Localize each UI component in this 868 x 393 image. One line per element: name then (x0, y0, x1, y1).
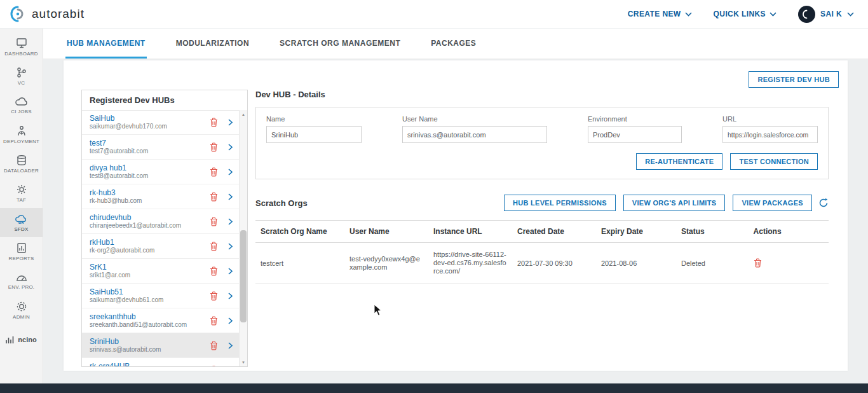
scroll-down-arrow[interactable]: ▼ (240, 358, 247, 366)
gauge-icon (15, 272, 28, 282)
hub-list-item[interactable]: rk-hub3 rk-hub3@hub.com (82, 184, 239, 209)
sidebar-item-sfdx[interactable]: DX SFDX (0, 208, 43, 237)
open-hub-chevron[interactable] (228, 169, 233, 176)
open-hub-chevron[interactable] (228, 293, 233, 300)
hub-level-permissions-button[interactable]: HUB LEVEL PERMISSIONS (504, 195, 616, 211)
top-header: autorabit CREATE NEW QUICK LINKS SAI K (0, 0, 868, 29)
hub-email: saikumar@devhub170.com (90, 123, 210, 130)
brand-logo[interactable]: autorabit (9, 5, 85, 23)
hub-name-link[interactable]: rkHub1 (90, 238, 210, 247)
delete-hub-button[interactable] (210, 291, 218, 301)
name-input[interactable] (266, 126, 362, 143)
tab[interactable]: PACKAGES (430, 39, 477, 59)
open-hub-chevron[interactable] (228, 342, 233, 349)
delete-hub-button[interactable] (210, 217, 218, 226)
delete-hub-button[interactable] (210, 242, 218, 251)
scratch-orgs-table: Scratch Org NameUser NameInstance URLCre… (255, 220, 829, 284)
sidebar-item-admin[interactable]: ADMIN (0, 296, 43, 325)
delete-hub-button[interactable] (210, 142, 218, 152)
open-hub-chevron[interactable] (228, 218, 233, 225)
sidebar-item-vc[interactable]: VC (0, 62, 43, 91)
hub-name-link[interactable]: chirudevhub (90, 213, 210, 222)
brand-text: autorabit (32, 7, 85, 21)
delete-hub-button[interactable] (210, 366, 218, 367)
hub-email: sreekanth.bandi51@autorabit.com (90, 321, 210, 329)
delete-hub-button[interactable] (210, 266, 218, 276)
hub-list-item[interactable]: rk-org4HUB rk-org4@autorabit.com (82, 358, 239, 366)
chevron-right-icon (228, 218, 233, 225)
hub-list-item[interactable]: SaiHub saikumar@devhub170.com (82, 110, 239, 135)
hub-email: srinivas.s@autorabit.com (90, 346, 210, 354)
sidebar-item-deployment[interactable]: DEPLOYMENT (0, 120, 43, 149)
sfdx-icon: DX (14, 214, 29, 224)
delete-hub-button[interactable] (210, 118, 218, 127)
delete-org-button[interactable] (754, 258, 762, 268)
open-hub-chevron[interactable] (228, 119, 233, 126)
hub-list-item[interactable]: divya hub1 test8@autorabit.com (82, 160, 239, 184)
gear-flask-icon (16, 184, 27, 195)
hub-list-item[interactable]: sreekanthhub sreekanth.bandi51@autorabit… (82, 308, 239, 333)
hub-name-link[interactable]: sreekanthhub (90, 312, 210, 321)
delete-hub-button[interactable] (210, 167, 218, 177)
hub-name-link[interactable]: rk-hub3 (90, 188, 210, 197)
hub-name-link[interactable]: rk-org4HUB (90, 362, 210, 366)
tab[interactable]: MODULARIZATION (175, 39, 250, 59)
field-user-name: User Name (402, 115, 547, 143)
open-hub-chevron[interactable] (228, 317, 233, 324)
trash-icon (210, 192, 218, 202)
tab[interactable]: SCRATCH ORG MANAGEMENT (278, 39, 402, 59)
hub-list-item[interactable]: rkHub1 rk-org2@autorabit.com (82, 234, 239, 259)
refresh-icon[interactable] (818, 198, 829, 208)
hub-name-link[interactable]: SrK1 (90, 263, 210, 272)
quick-links-menu[interactable]: QUICK LINKS (714, 10, 776, 18)
scroll-up-arrow[interactable]: ▲ (240, 110, 247, 118)
test-connection-button[interactable]: TEST CONNECTION (730, 153, 818, 170)
sidebar-item-taf[interactable]: TAF (0, 179, 43, 208)
sidebar-item-dataloader[interactable]: DATALOADER (0, 149, 43, 179)
hub-list-item[interactable]: chirudevhub chiranjeebeedx1@autorabit.co… (82, 209, 239, 234)
hub-list-item[interactable]: test7 test7@autorabit.com (82, 135, 239, 160)
user-menu[interactable]: SAI K (798, 6, 854, 23)
sidebar-item-env-pro[interactable]: ENV. PRO. (0, 266, 43, 296)
autorabit-logo-icon (9, 5, 27, 23)
scrollbar[interactable]: ▲ ▼ (239, 110, 247, 366)
hub-list-item[interactable]: SaiHub51 saikumar@devhub61.com (82, 284, 239, 308)
table-row[interactable]: testcert test-vedyy0xewx4g@example.com h… (255, 243, 829, 284)
svg-text:DX: DX (18, 220, 24, 224)
open-hub-chevron[interactable] (228, 243, 233, 250)
sidebar-label: DEPLOYMENT (3, 139, 39, 144)
environment-input[interactable] (588, 126, 682, 143)
re-authenticate-button[interactable]: RE-AUTHENTICATE (636, 153, 722, 170)
view-orgs-api-limits-button[interactable]: VIEW ORG'S API LIMITS (623, 195, 726, 211)
hub-name-link[interactable]: SaiHub (90, 114, 210, 123)
view-packages-button[interactable]: VIEW PACKAGES (733, 195, 812, 211)
delete-hub-button[interactable] (210, 192, 218, 202)
chevron-down-icon (847, 12, 854, 17)
sidebar-item-ci-jobs[interactable]: CI JOBS (0, 91, 43, 120)
delete-hub-button[interactable] (210, 341, 218, 350)
sidebar-item-reports[interactable]: REPORTS (0, 237, 43, 266)
scrollbar-thumb[interactable] (240, 230, 247, 322)
url-input[interactable] (722, 126, 818, 143)
sidebar-item-ncino[interactable]: ncino (0, 325, 43, 354)
create-new-menu[interactable]: CREATE NEW (628, 10, 692, 18)
sidebar-item-dashboard[interactable]: DASHBOARD (0, 32, 43, 62)
scratch-org-buttons: HUB LEVEL PERMISSIONS VIEW ORG'S API LIM… (504, 195, 812, 211)
ncino-bars-icon (6, 336, 15, 343)
hub-name-link[interactable]: SaiHub51 (90, 287, 210, 296)
open-hub-chevron[interactable] (228, 193, 233, 200)
tab[interactable]: HUB MANAGEMENT (65, 39, 147, 59)
user-name-input[interactable] (402, 126, 547, 143)
open-hub-chevron[interactable] (228, 268, 233, 275)
hub-list-item[interactable]: SriniHub srinivas.s@autorabit.com (82, 333, 239, 358)
hub-list-item[interactable]: SrK1 srikt1@ar.com (82, 259, 239, 284)
database-icon (16, 155, 27, 166)
admin-gear-icon (16, 301, 27, 312)
hub-name-link[interactable]: test7 (90, 139, 210, 148)
register-dev-hub-button[interactable]: REGISTER DEV HUB (749, 71, 839, 88)
table-header-cell: Scratch Org Name (255, 221, 344, 243)
hub-name-link[interactable]: divya hub1 (90, 163, 210, 172)
delete-hub-button[interactable] (210, 316, 218, 326)
hub-name-link[interactable]: SriniHub (90, 337, 210, 346)
open-hub-chevron[interactable] (228, 144, 233, 151)
